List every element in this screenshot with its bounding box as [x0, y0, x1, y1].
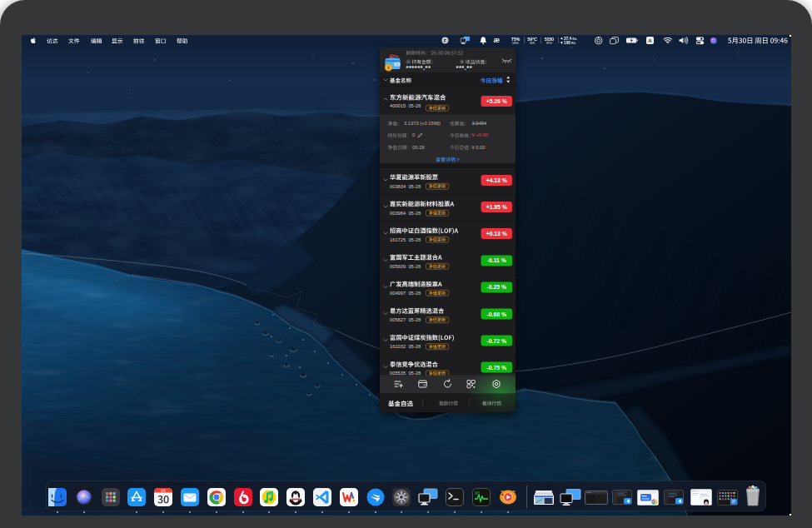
svg-text:¥: ¥	[386, 65, 390, 70]
